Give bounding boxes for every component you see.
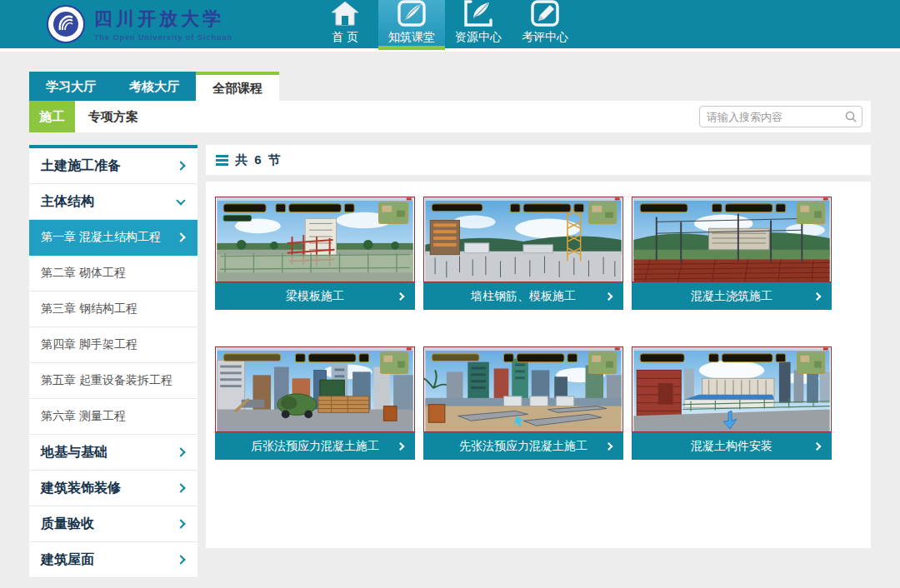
course-title: 混凝土构件安装 [691, 439, 772, 454]
sidebar-item-label: 第二章 砌体工程 [41, 266, 126, 281]
nav-item-classroom[interactable]: 知筑课堂 [378, 0, 445, 50]
sidebar-item-chapter4[interactable]: 第四章 脚手架工程 [29, 327, 198, 363]
chevron-right-icon [176, 519, 185, 528]
search-input[interactable] [699, 106, 862, 127]
course-title-bar[interactable]: 混凝土浇筑施工 [632, 282, 832, 310]
course-thumbnail [215, 197, 415, 282]
course-title: 墙柱钢筋、模板施工 [471, 289, 576, 304]
chevron-right-icon [176, 161, 185, 170]
nav-item-resource[interactable]: 资源中心 [445, 0, 512, 50]
chevron-right-icon [813, 292, 822, 301]
chevron-right-icon [397, 442, 405, 451]
chevron-right-icon [176, 447, 185, 456]
course-title-bar[interactable]: 墙柱钢筋、模板施工 [423, 282, 623, 310]
university-name-en: The Open University of Sichuan [94, 33, 232, 42]
section-count-bar: 共 6 节 [206, 145, 871, 175]
nav-label: 资源中心 [455, 30, 502, 45]
list-icon [216, 153, 228, 167]
sidebar-item-main-structure[interactable]: 主体结构 [29, 184, 198, 220]
course-card-component-installation[interactable]: 混凝土构件安装 [632, 346, 832, 460]
resource-icon [463, 0, 493, 28]
nav-label: 考评中心 [522, 30, 568, 45]
course-list-area: 共 6 节 [206, 145, 871, 548]
course-title: 先张法预应力混凝土施工 [459, 439, 588, 454]
tab-exam-hall[interactable]: 考核大厅 [112, 72, 196, 101]
tab-all-courses[interactable]: 全部课程 [196, 72, 279, 101]
sidebar-item-civil-prep[interactable]: 土建施工准备 [29, 148, 198, 184]
course-title: 混凝土浇筑施工 [691, 289, 772, 304]
course-title-bar[interactable]: 先张法预应力混凝土施工 [423, 432, 623, 460]
sidebar-item-label: 第三章 钢结构工程 [41, 301, 138, 316]
nav-label: 首 页 [332, 30, 358, 45]
sidebar-item-quality-check[interactable]: 质量验收 [29, 506, 198, 542]
course-card-wall-column-rebar[interactable]: 墙柱钢筋、模板施工 [423, 197, 623, 310]
main-nav: 首 页 知筑课堂 资源中心 [312, 0, 578, 50]
sidebar-item-label: 第六章 测量工程 [41, 409, 126, 424]
course-thumbnail [632, 346, 832, 432]
course-title: 梁模板施工 [286, 289, 344, 304]
nav-label: 知筑课堂 [388, 30, 435, 45]
chevron-right-icon [605, 292, 613, 301]
chevron-right-icon [397, 292, 405, 301]
sidebar-item-chapter3[interactable]: 第三章 钢结构工程 [29, 292, 198, 327]
sidebar-item-label: 建筑装饰装修 [41, 480, 121, 497]
course-title-bar[interactable]: 混凝土构件安装 [632, 432, 832, 460]
course-title-bar[interactable]: 梁模板施工 [215, 282, 415, 310]
chevron-right-icon [176, 555, 185, 564]
chevron-right-icon [813, 442, 822, 451]
sidebar-item-chapter2[interactable]: 第二章 砌体工程 [29, 256, 198, 292]
sidebar-item-label: 第四章 脚手架工程 [41, 337, 138, 352]
sidebar-item-label: 建筑屋面 [41, 551, 94, 569]
course-thumbnail [423, 197, 623, 282]
sidebar-item-label: 土建施工准备 [41, 157, 121, 175]
sidebar-item-label: 地基与基础 [41, 444, 108, 461]
chevron-right-icon [176, 483, 185, 492]
course-card-beam-formwork[interactable]: 梁模板施工 [215, 197, 415, 310]
course-card-concrete-pouring[interactable]: 混凝土浇筑施工 [632, 197, 832, 310]
sidebar-item-chapter1[interactable]: 第一章 混凝土结构工程 [29, 220, 198, 256]
chevron-down-icon [176, 196, 185, 205]
sidebar-item-label: 质量验收 [41, 516, 94, 533]
course-title-bar[interactable]: 后张法预应力混凝土施工 [215, 432, 415, 460]
app-header: 四川开放大学 The Open University of Sichuan 首 … [0, 0, 900, 52]
course-thumbnail [215, 346, 415, 432]
subtab-construction[interactable]: 施工 [29, 101, 75, 132]
course-grid-panel: 梁模板施工 [206, 182, 871, 548]
home-icon [330, 0, 360, 28]
evaluation-icon [530, 0, 560, 28]
chevron-right-icon [605, 442, 613, 451]
search-icon[interactable] [845, 111, 857, 122]
nav-item-home[interactable]: 首 页 [312, 0, 378, 50]
nav-item-evaluation[interactable]: 考评中心 [512, 0, 578, 50]
chevron-right-icon [176, 232, 185, 242]
course-title: 后张法预应力混凝土施工 [251, 439, 379, 454]
sidebar-item-foundation[interactable]: 地基与基础 [29, 435, 198, 471]
category-bar: 施工 专项方案 [29, 101, 871, 132]
sidebar-item-label: 第一章 混凝土结构工程 [41, 230, 161, 245]
university-logo[interactable]: 四川开放大学 The Open University of Sichuan [46, 4, 232, 44]
sidebar-item-chapter5[interactable]: 第五章 起重设备装拆工程 [29, 363, 198, 399]
sidebar-item-roofing[interactable]: 建筑屋面 [29, 542, 198, 578]
course-thumbnail [632, 197, 832, 282]
subtab-special-plan[interactable]: 专项方案 [88, 109, 138, 125]
sidebar-item-chapter6[interactable]: 第六章 测量工程 [29, 399, 198, 435]
course-thumbnail [423, 346, 623, 432]
course-card-post-tensioned[interactable]: 后张法预应力混凝土施工 [215, 346, 415, 460]
classroom-icon [397, 0, 427, 28]
hall-tabs: 学习大厅 考核大厅 全部课程 [29, 72, 871, 101]
course-card-pre-tensioned[interactable]: 先张法预应力混凝土施工 [423, 346, 623, 460]
sidebar-item-label: 第五章 起重设备装拆工程 [41, 373, 172, 388]
course-category-sidebar: 土建施工准备 主体结构 第一章 混凝土结构工程 第二章 砌体工程 第三章 钢结构… [29, 145, 198, 578]
search-box [699, 106, 862, 127]
university-emblem-icon [46, 4, 86, 44]
section-count-label: 共 6 节 [235, 152, 282, 168]
tab-learning-hall[interactable]: 学习大厅 [29, 72, 112, 101]
sidebar-item-decoration[interactable]: 建筑装饰装修 [29, 471, 198, 506]
university-name-cn: 四川开放大学 [94, 7, 232, 32]
sidebar-item-label: 主体结构 [41, 193, 94, 211]
